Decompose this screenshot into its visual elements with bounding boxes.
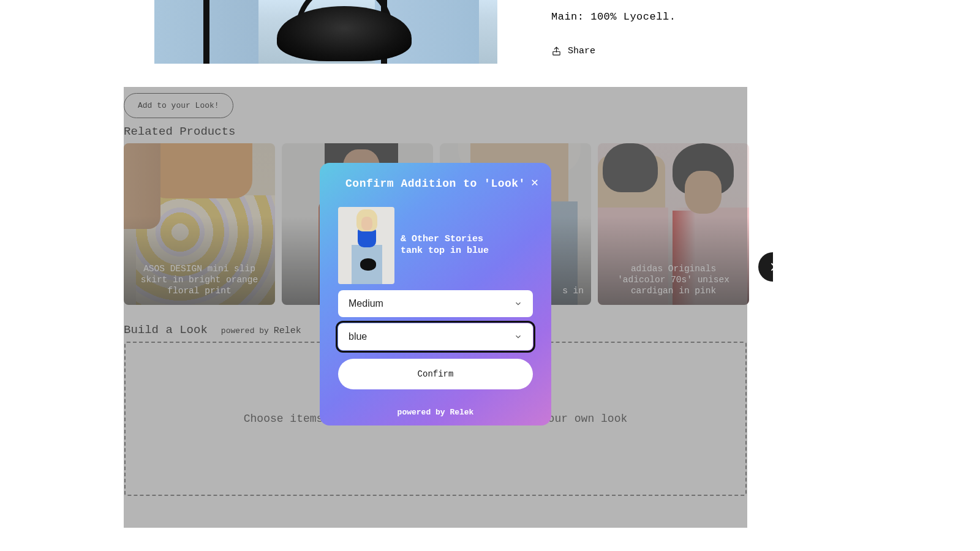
modal-close-button[interactable]: ✕ xyxy=(528,175,541,189)
color-select-value: blue xyxy=(349,331,367,342)
product-thumbnail xyxy=(338,207,394,284)
material-text: Main: 100% Lyocell. xyxy=(551,11,676,23)
size-select[interactable]: Medium xyxy=(338,290,533,317)
modal-powered-by: powered by Relek xyxy=(338,408,533,417)
share-button[interactable]: Share xyxy=(551,46,595,56)
close-icon: ✕ xyxy=(531,174,538,190)
confirm-button[interactable]: Confirm xyxy=(338,359,533,389)
modal-product-name: & Other Stories tank top in blue xyxy=(401,234,505,257)
chevron-down-icon xyxy=(514,299,522,308)
share-icon xyxy=(551,46,562,56)
modal-title: Confirm Addition to 'Look' xyxy=(338,178,533,190)
carousel-next-button[interactable] xyxy=(758,252,773,282)
chevron-right-icon xyxy=(767,261,773,273)
chevron-down-icon xyxy=(514,332,522,341)
color-select[interactable]: blue xyxy=(338,323,533,350)
confirm-add-modal: Confirm Addition to 'Look' ✕ & Other Sto… xyxy=(320,163,551,425)
share-label: Share xyxy=(568,46,595,56)
product-hero-image xyxy=(154,0,497,64)
size-select-value: Medium xyxy=(349,298,383,309)
